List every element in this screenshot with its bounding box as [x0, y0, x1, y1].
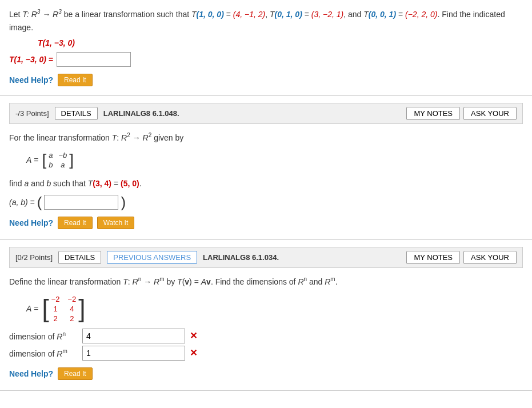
cell-r1c2: −2	[67, 295, 76, 303]
read-it-button-2[interactable]: Read It	[58, 217, 93, 229]
bracket-left-3: [	[42, 296, 49, 321]
cell-r3c1: 2	[51, 314, 60, 323]
bracket-left-2: [	[42, 152, 46, 168]
ask-your-button-3[interactable]: ASK YOUR	[463, 251, 517, 264]
need-help-label-top: Need Help?	[9, 75, 53, 85]
dim-n-label: dimension of Rn	[9, 331, 78, 341]
a-equals-label-3: A =	[26, 304, 38, 313]
my-notes-button-3[interactable]: MY NOTES	[406, 251, 460, 264]
a-equals-label-2: A =	[26, 155, 38, 165]
problem-id-2: LARLINALG8 6.1.048.	[103, 109, 179, 118]
cell-b: b	[49, 161, 53, 169]
read-it-button-top[interactable]: Read It	[58, 74, 93, 86]
need-help-label-3: Need Help?	[9, 369, 53, 378]
ab-label: (a, b) =	[9, 198, 35, 207]
dim-n-input[interactable]	[82, 329, 185, 343]
problem-statement: Let T: R3 → R3 be a linear transformatio…	[9, 7, 523, 35]
problem-id-3: LARLINALG8 6.1.034.	[203, 253, 279, 262]
matrix-cells-3: −2 −2 1 4 2 2	[51, 295, 77, 323]
bracket-right-3: ]	[78, 296, 85, 321]
top-answer-input[interactable]	[57, 52, 131, 67]
dim-m-row: dimension of Rm ✕	[9, 346, 523, 361]
problem3-header: [0/2 Points] DETAILS PREVIOUS ANSWERS LA…	[9, 247, 523, 268]
dim-m-label: dimension of Rm	[9, 348, 78, 358]
header-right-3: MY NOTES ASK YOUR	[406, 251, 517, 264]
need-help-3: Need Help? Read It	[9, 367, 523, 380]
cell-a2: a	[58, 161, 67, 169]
cell-r2c2: 4	[67, 305, 76, 313]
need-help-label-2: Need Help?	[9, 218, 53, 227]
cell-a: a	[49, 151, 53, 159]
ab-answer-input[interactable]	[44, 195, 118, 210]
prev-answers-button-3[interactable]: PREVIOUS ANSWERS	[107, 251, 197, 264]
dim-n-error-icon: ✕	[190, 330, 197, 341]
bracket-right-2: ]	[69, 152, 74, 168]
sub-heading: T(1, −3, 0)	[38, 38, 523, 47]
cell-r1c1: −2	[51, 295, 60, 303]
find-text-2: find a and b such that T(3, 4) = (5, 0).	[9, 177, 523, 190]
ask-your-button-2[interactable]: ASK YOUR	[463, 107, 517, 120]
details-button-3[interactable]: DETAILS	[58, 251, 101, 264]
my-notes-button-2[interactable]: MY NOTES	[406, 107, 460, 120]
problem2-text: For the linear transformation T: R2 → R2…	[9, 131, 523, 144]
cell-r2c1: 1	[51, 305, 60, 313]
input-label-top: T(1, −3, 0) =	[9, 55, 53, 64]
need-help-top: Need Help? Read It	[9, 74, 523, 86]
cell-r3c2: 2	[67, 314, 76, 323]
watch-it-button-2[interactable]: Watch It	[97, 217, 135, 229]
problem3-text: Define the linear transformation T: Rn →…	[9, 275, 523, 288]
matrix-display-3: A = [ −2 −2 1 4 2 2 ]	[26, 295, 86, 323]
dim-n-row: dimension of Rn ✕	[9, 329, 523, 343]
points-label-2: -/3 Points]	[15, 109, 49, 118]
paren-right-2: )	[121, 195, 126, 210]
need-help-2: Need Help? Read It Watch It	[9, 217, 523, 229]
matrix-display-2: A = [ a −b b a ]	[26, 151, 74, 169]
top-problem-section: Let T: R3 → R3 be a linear transformatio…	[0, 0, 532, 96]
details-button-2[interactable]: DETAILS	[55, 107, 98, 120]
header-right-2: MY NOTES ASK YOUR	[406, 107, 517, 120]
paren-left-2: (	[37, 195, 42, 210]
cell-neg-b: −b	[58, 151, 67, 159]
dim-m-error-icon: ✕	[190, 347, 197, 358]
problem2-header: -/3 Points] DETAILS LARLINALG8 6.1.048. …	[9, 103, 523, 124]
read-it-button-3[interactable]: Read It	[58, 367, 93, 380]
points-label-3: [0/2 Points]	[15, 253, 53, 262]
dim-m-input[interactable]	[82, 346, 185, 361]
answer-row-2: (a, b) = ( )	[9, 195, 523, 210]
matrix-cells-2: a −b b a	[49, 151, 67, 169]
problem2-section: -/3 Points] DETAILS LARLINALG8 6.1.048. …	[0, 96, 532, 239]
answer-row-top: T(1, −3, 0) =	[9, 52, 523, 67]
problem3-section: [0/2 Points] DETAILS PREVIOUS ANSWERS LA…	[0, 240, 532, 391]
